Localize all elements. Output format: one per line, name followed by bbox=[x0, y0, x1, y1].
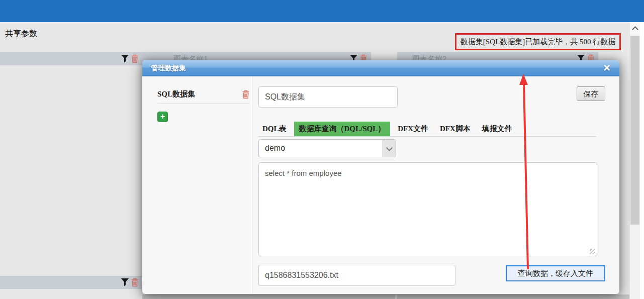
page-right-edge bbox=[640, 22, 644, 299]
dataset-name: SQL数据集 bbox=[157, 89, 195, 99]
dialog-titlebar[interactable]: 管理数据集 × bbox=[142, 60, 619, 76]
close-icon[interactable]: × bbox=[600, 61, 613, 75]
column-divider bbox=[395, 294, 397, 299]
trash-icon[interactable] bbox=[242, 90, 250, 99]
dataset-editor: SQL数据集 保存 DQL表 数据库查询（DQL/SQL） DFX文件 DFX脚… bbox=[252, 76, 619, 294]
scroll-up-icon bbox=[632, 26, 638, 33]
background-table-area bbox=[142, 294, 629, 299]
add-dataset-button[interactable]: + bbox=[157, 112, 168, 122]
annotation-highlight-box: 数据集[SQL数据集]已加载完毕，共 500 行数据 bbox=[455, 33, 621, 50]
vertical-scrollbar[interactable] bbox=[630, 22, 640, 299]
plus-icon: + bbox=[160, 112, 165, 121]
query-cache-button[interactable]: 查询数据，缓存入文件 bbox=[506, 265, 605, 281]
datasource-selected-value: demo bbox=[265, 140, 285, 157]
cache-filename-input[interactable]: q1586831553206.txt bbox=[258, 265, 455, 286]
trash-icon[interactable] bbox=[131, 54, 139, 63]
filter-icon[interactable] bbox=[121, 278, 129, 286]
trash-icon[interactable] bbox=[131, 278, 139, 287]
resize-grip-icon[interactable] bbox=[590, 249, 595, 254]
tab-report-file[interactable]: 填报文件 bbox=[478, 122, 516, 136]
page-title: 共享参数 bbox=[5, 29, 37, 39]
sql-query-textarea[interactable]: select * from employee bbox=[258, 162, 597, 256]
sql-query-text: select * from employee bbox=[265, 169, 342, 177]
datasource-select[interactable]: demo bbox=[258, 139, 396, 157]
top-navigation-bar bbox=[0, 0, 644, 22]
dataset-name-input[interactable]: SQL数据集 bbox=[258, 86, 398, 108]
scrollbar-thumb[interactable] bbox=[630, 36, 639, 225]
dataset-loaded-message: 数据集[SQL数据集]已加载完毕，共 500 行数据 bbox=[461, 37, 615, 47]
chevron-down-icon bbox=[386, 145, 393, 151]
filter-icon[interactable] bbox=[121, 55, 129, 63]
dataset-list-item[interactable]: SQL数据集 bbox=[157, 89, 250, 104]
tab-dfx-file[interactable]: DFX文件 bbox=[394, 122, 432, 136]
scroll-up-button[interactable] bbox=[630, 22, 640, 34]
tab-database-query[interactable]: 数据库查询（DQL/SQL） bbox=[294, 122, 391, 136]
table-column-header bbox=[0, 276, 142, 289]
dialog-body: SQL数据集 + SQL数据集 保存 DQL表 数据库查询（DQL/SQL） D… bbox=[142, 76, 619, 294]
tab-dql-table[interactable]: DQL表 bbox=[258, 122, 291, 136]
dialog-title: 管理数据集 bbox=[151, 60, 186, 75]
dataset-list-panel: SQL数据集 + bbox=[142, 76, 252, 294]
save-button[interactable]: 保存 bbox=[577, 86, 605, 101]
manage-dataset-dialog: 管理数据集 × SQL数据集 + SQL数据集 保存 DQL表 bbox=[142, 60, 619, 294]
tab-dfx-script[interactable]: DFX脚本 bbox=[436, 122, 475, 136]
table-column-header bbox=[0, 52, 142, 65]
dataset-type-tabs: DQL表 数据库查询（DQL/SQL） DFX文件 DFX脚本 填报文件 bbox=[258, 121, 596, 137]
select-drop-button[interactable] bbox=[383, 140, 396, 157]
